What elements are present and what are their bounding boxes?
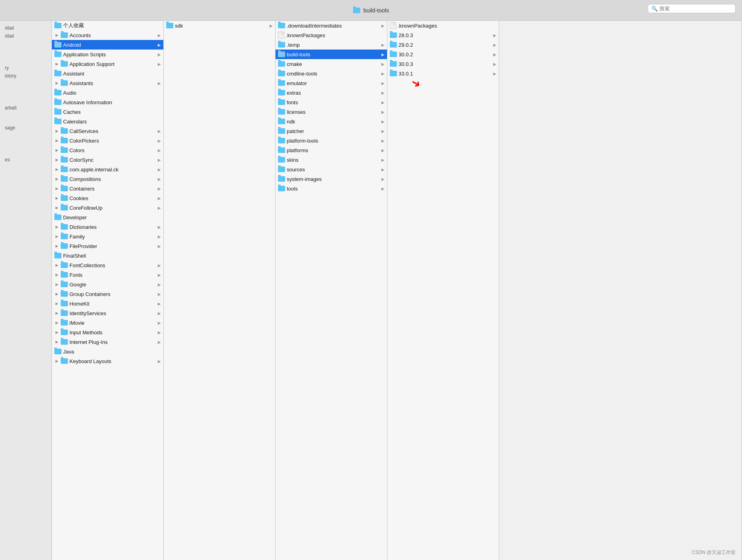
list-item[interactable]: ▶Assistants▶ [52,78,163,88]
list-item[interactable]: ▶Colors▶ [52,145,163,155]
expand-arrow-icon[interactable]: ▶ [54,33,59,38]
expand-arrow-icon[interactable]: ▶ [54,282,59,287]
list-item[interactable]: ▶com.apple.internal.ck▶ [52,165,163,174]
expand-arrow-icon[interactable]: ▶ [54,292,59,296]
expand-arrow-icon[interactable]: ▶ [54,244,59,248]
list-item[interactable]: ▶FileProvider▶ [52,241,163,251]
list-item[interactable]: system-images▶ [276,174,387,184]
list-item[interactable]: cmake▶ [276,59,387,69]
expand-arrow-icon[interactable]: ▶ [54,301,59,306]
expand-arrow-icon[interactable]: ▶ [54,177,59,181]
list-item[interactable]: Java [52,347,163,356]
expand-arrow-icon[interactable]: ▶ [54,167,59,172]
list-item[interactable]: sdk▶ [164,21,275,30]
expand-arrow-icon[interactable]: ▶ [54,340,59,344]
list-item[interactable]: Autosave Information [52,97,163,107]
expand-arrow-icon[interactable]: ▶ [54,234,59,239]
sidebar-item-es[interactable]: es [0,156,52,164]
expand-arrow-icon[interactable]: ▶ [54,186,59,191]
list-item[interactable]: licenses▶ [276,107,387,117]
expand-arrow-icon[interactable]: ▶ [54,330,59,335]
list-item[interactable]: ▶ColorPickers▶ [52,136,163,145]
list-item[interactable]: ndk▶ [276,117,387,126]
list-item[interactable]: ▶HomeKit▶ [52,299,163,308]
sidebar-item-ry[interactable]: ry [0,64,52,72]
list-item[interactable]: ▶Dictionaries▶ [52,222,163,232]
list-item[interactable]: ▶CoreFollowUp▶ [52,203,163,212]
sidebar-item-obal2[interactable]: obal [0,32,52,40]
expand-arrow-icon[interactable]: ▶ [54,62,59,66]
list-item[interactable]: patcher▶ [276,126,387,136]
folder-icon [61,320,68,326]
list-item[interactable]: emulator▶ [276,78,387,88]
expand-arrow-icon[interactable]: ▶ [54,311,59,316]
list-item[interactable]: Android▶ [52,40,163,50]
expand-arrow-icon[interactable]: ▶ [54,272,59,277]
list-item[interactable]: ▶Application Support▶ [52,59,163,69]
list-item[interactable]: ▶IdentityServices▶ [52,308,163,318]
list-item[interactable]: fonts▶ [276,97,387,107]
sidebar-item-sage[interactable]: sage [0,124,52,132]
expand-arrow-icon[interactable]: ▶ [54,157,59,162]
list-item[interactable]: 33.0.1▶ [387,69,499,78]
expand-arrow-icon[interactable]: ▶ [54,138,59,143]
list-item[interactable]: sources▶ [276,165,387,174]
search-input-wrap[interactable]: 🔍 [648,4,736,13]
list-item[interactable]: 30.0.3▶ [387,59,499,69]
list-item[interactable]: ▶iMovie▶ [52,318,163,328]
list-item[interactable]: Audio [52,88,163,97]
list-item[interactable]: Developer [52,212,163,222]
list-item[interactable]: ▶CallServices▶ [52,126,163,136]
list-item[interactable]: Assistant [52,69,163,78]
sidebar-item-arball[interactable]: arball [0,104,52,112]
list-item[interactable]: .temp▶ [276,40,387,50]
folder-icon [61,157,68,163]
list-item[interactable]: .knownPackages [276,30,387,40]
expand-arrow-icon[interactable]: ▶ [54,359,59,363]
list-item[interactable]: 30.0.2▶ [387,50,499,59]
list-item[interactable]: cmdline-tools▶ [276,69,387,78]
search-input[interactable] [659,6,731,12]
list-item[interactable]: Calendars [52,117,163,126]
list-item[interactable]: platform-tools▶ [276,136,387,145]
expand-arrow-icon[interactable]: ▶ [54,224,59,229]
list-item[interactable]: ▶FontCollections▶ [52,260,163,270]
watermark: CSDN @天泌工作室 [692,549,736,556]
list-item[interactable]: ▶Fonts▶ [52,270,163,280]
list-item[interactable]: ▶Internet Plug-Ins▶ [52,337,163,347]
list-item[interactable]: ▶Compositions▶ [52,174,163,184]
expand-arrow-icon[interactable]: ▶ [54,263,59,268]
sidebar-item-istory[interactable]: istory [0,72,52,80]
list-item[interactable]: build-tools▶ [276,50,387,59]
list-item[interactable]: 28.0.3▶ [387,30,499,40]
list-item[interactable]: ▶Group Containers▶ [52,289,163,299]
expand-arrow-icon[interactable]: ▶ [54,320,59,325]
list-item[interactable]: Caches [52,107,163,117]
sidebar-item-obal1[interactable]: obal [0,24,52,32]
list-item[interactable]: ▶Cookies▶ [52,193,163,203]
expand-arrow-icon[interactable]: ▶ [54,148,59,153]
expand-arrow-icon[interactable]: ▶ [54,129,59,133]
list-item[interactable]: ▶Containers▶ [52,184,163,193]
list-item[interactable]: ▶Family▶ [52,232,163,241]
expand-arrow-icon[interactable]: ▶ [54,81,59,85]
list-item[interactable]: FinalShell [52,251,163,260]
list-item[interactable]: tools▶ [276,184,387,193]
list-item[interactable]: ▶ColorSync▶ [52,155,163,165]
list-item[interactable]: ▶Accounts▶ [52,30,163,40]
list-item[interactable]: 个人收藏 [52,21,163,30]
list-item[interactable]: ▶Google▶ [52,280,163,289]
expand-arrow-icon[interactable]: ▶ [54,205,59,210]
list-item[interactable]: extras▶ [276,88,387,97]
expand-arrow-icon[interactable]: ▶ [54,196,59,201]
item-label: Containers [69,186,156,192]
list-item[interactable]: ▶Input Methods▶ [52,328,163,337]
list-item[interactable]: 29.0.2▶ [387,40,499,50]
search-bar[interactable]: 🔍 [648,4,736,13]
list-item[interactable]: .downloadIntermediates▶ [276,21,387,30]
list-item[interactable]: ▶Keyboard Layouts▶ [52,356,163,366]
list-item[interactable]: .knownPackages [387,21,499,30]
list-item[interactable]: Application Scripts▶ [52,50,163,59]
list-item[interactable]: platforms▶ [276,145,387,155]
list-item[interactable]: skins▶ [276,155,387,165]
